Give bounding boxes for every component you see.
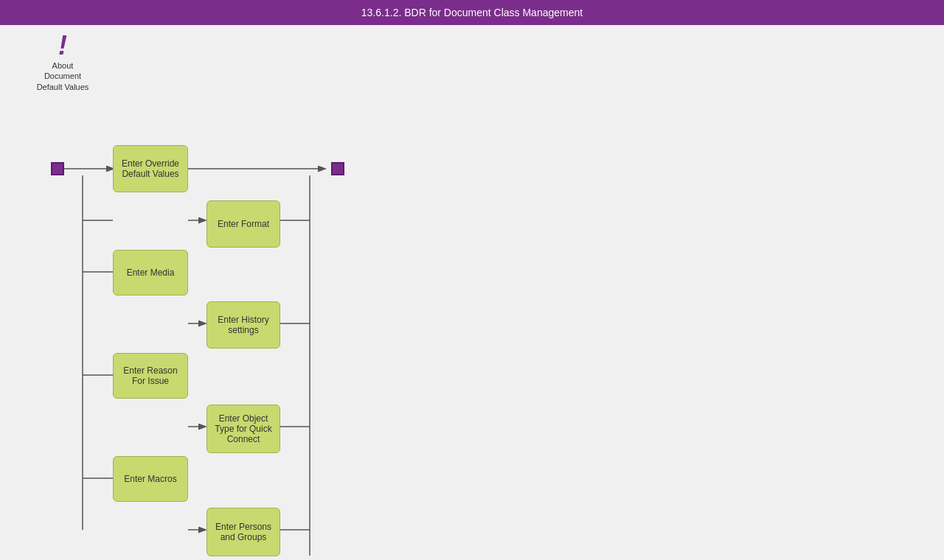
enter-media-node[interactable]: Enter Media xyxy=(113,250,188,295)
enter-macros-node[interactable]: Enter Macros xyxy=(113,456,188,502)
enter-history-node[interactable]: Enter History settings xyxy=(206,301,280,349)
enter-format-node[interactable]: Enter Format xyxy=(206,200,280,248)
enter-override-node[interactable]: Enter Override Default Values xyxy=(113,145,188,192)
diagram: Enter Override Default Values Enter Form… xyxy=(0,25,944,560)
title-bar: 13.6.1.2. BDR for Document Class Managem… xyxy=(0,0,944,25)
enter-object-node[interactable]: Enter Object Type for Quick Connect xyxy=(206,405,280,453)
title-text: 13.6.1.2. BDR for Document Class Managem… xyxy=(361,7,583,18)
end-node xyxy=(331,162,344,175)
start-node xyxy=(51,162,64,175)
enter-reason-node[interactable]: Enter Reason For Issue xyxy=(113,353,188,399)
enter-persons-node[interactable]: Enter Persons and Groups xyxy=(206,508,280,556)
